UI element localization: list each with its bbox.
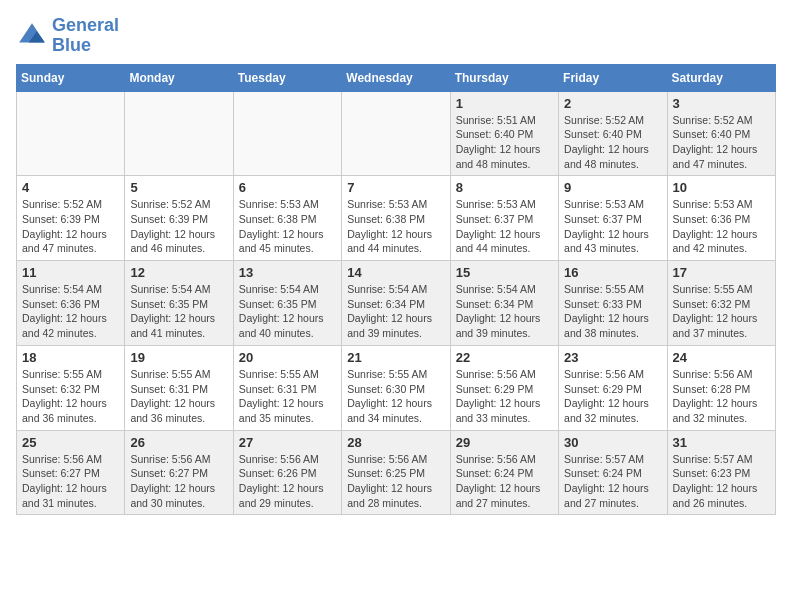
logo-icon — [16, 20, 48, 52]
calendar-cell — [125, 91, 233, 176]
calendar-cell: 16Sunrise: 5:55 AM Sunset: 6:33 PM Dayli… — [559, 261, 667, 346]
day-number: 16 — [564, 265, 661, 280]
day-number: 28 — [347, 435, 444, 450]
calendar-cell: 17Sunrise: 5:55 AM Sunset: 6:32 PM Dayli… — [667, 261, 775, 346]
calendar-cell: 24Sunrise: 5:56 AM Sunset: 6:28 PM Dayli… — [667, 345, 775, 430]
day-info: Sunrise: 5:52 AM Sunset: 6:39 PM Dayligh… — [22, 197, 119, 256]
day-number: 21 — [347, 350, 444, 365]
day-number: 3 — [673, 96, 770, 111]
day-info: Sunrise: 5:56 AM Sunset: 6:27 PM Dayligh… — [130, 452, 227, 511]
calendar-body: 1Sunrise: 5:51 AM Sunset: 6:40 PM Daylig… — [17, 91, 776, 515]
calendar-cell: 2Sunrise: 5:52 AM Sunset: 6:40 PM Daylig… — [559, 91, 667, 176]
day-number: 31 — [673, 435, 770, 450]
calendar-cell: 30Sunrise: 5:57 AM Sunset: 6:24 PM Dayli… — [559, 430, 667, 515]
day-number: 2 — [564, 96, 661, 111]
weekday-header-cell: Friday — [559, 64, 667, 91]
day-info: Sunrise: 5:54 AM Sunset: 6:35 PM Dayligh… — [130, 282, 227, 341]
day-info: Sunrise: 5:56 AM Sunset: 6:29 PM Dayligh… — [564, 367, 661, 426]
day-number: 8 — [456, 180, 553, 195]
calendar-cell: 8Sunrise: 5:53 AM Sunset: 6:37 PM Daylig… — [450, 176, 558, 261]
calendar-cell: 13Sunrise: 5:54 AM Sunset: 6:35 PM Dayli… — [233, 261, 341, 346]
calendar-cell: 10Sunrise: 5:53 AM Sunset: 6:36 PM Dayli… — [667, 176, 775, 261]
calendar-table: SundayMondayTuesdayWednesdayThursdayFrid… — [16, 64, 776, 516]
calendar-cell — [17, 91, 125, 176]
day-number: 22 — [456, 350, 553, 365]
header: General Blue — [16, 16, 776, 56]
weekday-header-cell: Thursday — [450, 64, 558, 91]
weekday-header-cell: Saturday — [667, 64, 775, 91]
day-number: 29 — [456, 435, 553, 450]
day-info: Sunrise: 5:53 AM Sunset: 6:37 PM Dayligh… — [456, 197, 553, 256]
day-info: Sunrise: 5:52 AM Sunset: 6:40 PM Dayligh… — [673, 113, 770, 172]
calendar-cell: 28Sunrise: 5:56 AM Sunset: 6:25 PM Dayli… — [342, 430, 450, 515]
calendar-cell: 12Sunrise: 5:54 AM Sunset: 6:35 PM Dayli… — [125, 261, 233, 346]
calendar-week-row: 4Sunrise: 5:52 AM Sunset: 6:39 PM Daylig… — [17, 176, 776, 261]
day-info: Sunrise: 5:53 AM Sunset: 6:38 PM Dayligh… — [347, 197, 444, 256]
day-number: 30 — [564, 435, 661, 450]
day-info: Sunrise: 5:56 AM Sunset: 6:29 PM Dayligh… — [456, 367, 553, 426]
calendar-week-row: 18Sunrise: 5:55 AM Sunset: 6:32 PM Dayli… — [17, 345, 776, 430]
calendar-cell: 3Sunrise: 5:52 AM Sunset: 6:40 PM Daylig… — [667, 91, 775, 176]
day-info: Sunrise: 5:56 AM Sunset: 6:28 PM Dayligh… — [673, 367, 770, 426]
day-info: Sunrise: 5:53 AM Sunset: 6:38 PM Dayligh… — [239, 197, 336, 256]
day-number: 24 — [673, 350, 770, 365]
day-info: Sunrise: 5:53 AM Sunset: 6:37 PM Dayligh… — [564, 197, 661, 256]
calendar-cell: 19Sunrise: 5:55 AM Sunset: 6:31 PM Dayli… — [125, 345, 233, 430]
calendar-cell — [233, 91, 341, 176]
calendar-cell: 23Sunrise: 5:56 AM Sunset: 6:29 PM Dayli… — [559, 345, 667, 430]
calendar-cell: 29Sunrise: 5:56 AM Sunset: 6:24 PM Dayli… — [450, 430, 558, 515]
day-number: 26 — [130, 435, 227, 450]
day-number: 14 — [347, 265, 444, 280]
day-info: Sunrise: 5:55 AM Sunset: 6:30 PM Dayligh… — [347, 367, 444, 426]
calendar-cell: 25Sunrise: 5:56 AM Sunset: 6:27 PM Dayli… — [17, 430, 125, 515]
calendar-cell: 31Sunrise: 5:57 AM Sunset: 6:23 PM Dayli… — [667, 430, 775, 515]
day-info: Sunrise: 5:54 AM Sunset: 6:36 PM Dayligh… — [22, 282, 119, 341]
logo-text: General Blue — [52, 16, 119, 56]
calendar-cell: 21Sunrise: 5:55 AM Sunset: 6:30 PM Dayli… — [342, 345, 450, 430]
logo: General Blue — [16, 16, 119, 56]
day-number: 10 — [673, 180, 770, 195]
day-number: 19 — [130, 350, 227, 365]
calendar-cell: 18Sunrise: 5:55 AM Sunset: 6:32 PM Dayli… — [17, 345, 125, 430]
day-info: Sunrise: 5:51 AM Sunset: 6:40 PM Dayligh… — [456, 113, 553, 172]
day-info: Sunrise: 5:57 AM Sunset: 6:23 PM Dayligh… — [673, 452, 770, 511]
calendar-week-row: 25Sunrise: 5:56 AM Sunset: 6:27 PM Dayli… — [17, 430, 776, 515]
day-number: 15 — [456, 265, 553, 280]
day-info: Sunrise: 5:56 AM Sunset: 6:24 PM Dayligh… — [456, 452, 553, 511]
day-info: Sunrise: 5:55 AM Sunset: 6:32 PM Dayligh… — [673, 282, 770, 341]
day-info: Sunrise: 5:56 AM Sunset: 6:26 PM Dayligh… — [239, 452, 336, 511]
day-info: Sunrise: 5:52 AM Sunset: 6:39 PM Dayligh… — [130, 197, 227, 256]
day-info: Sunrise: 5:56 AM Sunset: 6:27 PM Dayligh… — [22, 452, 119, 511]
day-info: Sunrise: 5:56 AM Sunset: 6:25 PM Dayligh… — [347, 452, 444, 511]
day-info: Sunrise: 5:55 AM Sunset: 6:32 PM Dayligh… — [22, 367, 119, 426]
weekday-header-cell: Wednesday — [342, 64, 450, 91]
calendar-cell: 22Sunrise: 5:56 AM Sunset: 6:29 PM Dayli… — [450, 345, 558, 430]
day-info: Sunrise: 5:53 AM Sunset: 6:36 PM Dayligh… — [673, 197, 770, 256]
calendar-cell: 14Sunrise: 5:54 AM Sunset: 6:34 PM Dayli… — [342, 261, 450, 346]
day-number: 7 — [347, 180, 444, 195]
calendar-cell: 5Sunrise: 5:52 AM Sunset: 6:39 PM Daylig… — [125, 176, 233, 261]
day-number: 23 — [564, 350, 661, 365]
day-number: 17 — [673, 265, 770, 280]
day-number: 1 — [456, 96, 553, 111]
weekday-header-row: SundayMondayTuesdayWednesdayThursdayFrid… — [17, 64, 776, 91]
calendar-cell: 11Sunrise: 5:54 AM Sunset: 6:36 PM Dayli… — [17, 261, 125, 346]
day-number: 27 — [239, 435, 336, 450]
calendar-cell: 1Sunrise: 5:51 AM Sunset: 6:40 PM Daylig… — [450, 91, 558, 176]
day-number: 18 — [22, 350, 119, 365]
day-info: Sunrise: 5:57 AM Sunset: 6:24 PM Dayligh… — [564, 452, 661, 511]
weekday-header-cell: Monday — [125, 64, 233, 91]
day-number: 4 — [22, 180, 119, 195]
calendar-cell: 20Sunrise: 5:55 AM Sunset: 6:31 PM Dayli… — [233, 345, 341, 430]
day-number: 6 — [239, 180, 336, 195]
calendar-cell: 6Sunrise: 5:53 AM Sunset: 6:38 PM Daylig… — [233, 176, 341, 261]
day-info: Sunrise: 5:55 AM Sunset: 6:33 PM Dayligh… — [564, 282, 661, 341]
day-number: 11 — [22, 265, 119, 280]
calendar-cell: 7Sunrise: 5:53 AM Sunset: 6:38 PM Daylig… — [342, 176, 450, 261]
day-number: 13 — [239, 265, 336, 280]
day-info: Sunrise: 5:54 AM Sunset: 6:34 PM Dayligh… — [456, 282, 553, 341]
day-number: 25 — [22, 435, 119, 450]
calendar-cell: 9Sunrise: 5:53 AM Sunset: 6:37 PM Daylig… — [559, 176, 667, 261]
day-number: 12 — [130, 265, 227, 280]
calendar-cell: 4Sunrise: 5:52 AM Sunset: 6:39 PM Daylig… — [17, 176, 125, 261]
